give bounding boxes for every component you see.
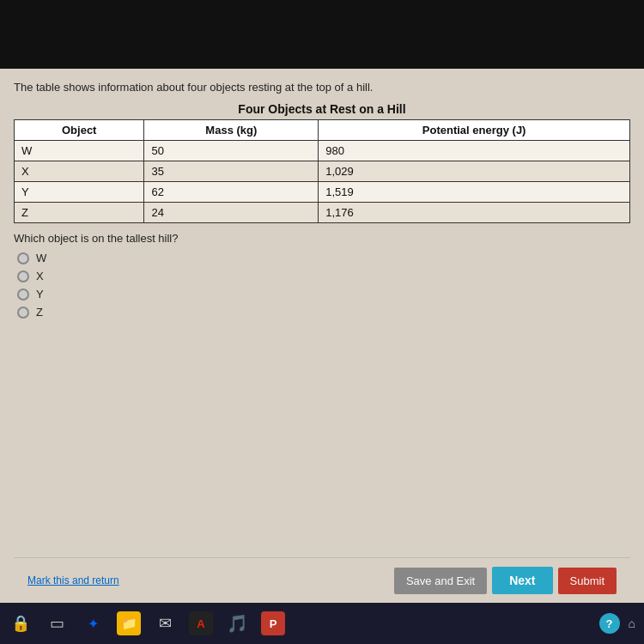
table-row: Z 24 1,176 bbox=[15, 203, 630, 223]
data-table: Object Mass (kg) Potential energy (J) W … bbox=[14, 119, 630, 223]
taskbar-right: ? ⌂ bbox=[599, 613, 635, 634]
col-header-object: Object bbox=[15, 120, 144, 141]
question-intro: The table shows information about four o… bbox=[14, 81, 630, 94]
object-y: Y bbox=[15, 182, 144, 203]
table-row: X 35 1,029 bbox=[15, 161, 630, 182]
option-z-label: Z bbox=[36, 306, 43, 319]
col-header-mass: Mass (kg) bbox=[144, 120, 319, 141]
radio-y[interactable] bbox=[17, 289, 29, 301]
option-x[interactable]: X bbox=[17, 270, 630, 283]
col-header-energy: Potential energy (J) bbox=[319, 120, 630, 141]
table-row: W 50 980 bbox=[15, 141, 630, 161]
energy-x: 1,029 bbox=[319, 161, 630, 182]
energy-y: 1,519 bbox=[319, 182, 630, 203]
mass-w: 50 bbox=[144, 141, 319, 161]
radio-x[interactable] bbox=[17, 270, 29, 283]
content-area: The table shows information about four o… bbox=[0, 69, 644, 603]
option-w-label: W bbox=[36, 252, 46, 264]
object-w: W bbox=[15, 141, 144, 161]
option-x-label: X bbox=[36, 270, 44, 283]
energy-z: 1,176 bbox=[319, 203, 630, 223]
submit-button[interactable]: Submit bbox=[558, 568, 617, 594]
object-z: Z bbox=[15, 203, 144, 223]
radio-w[interactable] bbox=[17, 252, 29, 264]
object-x: X bbox=[15, 161, 144, 182]
help-icon[interactable]: ? bbox=[599, 613, 620, 634]
acrobat-icon: A bbox=[189, 611, 213, 635]
save-exit-button[interactable]: Save and Exit bbox=[394, 568, 487, 594]
radio-z[interactable] bbox=[17, 307, 29, 319]
lock-icon: 🔒 bbox=[9, 611, 33, 635]
button-group: Save and Exit Next Submit bbox=[394, 567, 617, 594]
powerpoint-icon: P bbox=[261, 611, 285, 635]
spotify-icon: 🎵 bbox=[225, 611, 249, 635]
question-text: Which object is on the tallest hill? bbox=[14, 232, 630, 245]
option-w[interactable]: W bbox=[17, 252, 630, 264]
email-icon: ✉ bbox=[153, 611, 177, 635]
radio-group: W X Y Z bbox=[17, 252, 630, 319]
option-z[interactable]: Z bbox=[17, 306, 630, 319]
mark-and-return-link[interactable]: Mark this and return bbox=[27, 574, 119, 586]
files-icon: 📁 bbox=[117, 611, 141, 635]
taskbar: 🔒 ▭ ✦ 📁 ✉ A 🎵 P ? ⌂ bbox=[0, 603, 644, 644]
wifi-icon: ⌂ bbox=[629, 617, 635, 630]
top-black-bar bbox=[0, 0, 644, 69]
energy-w: 980 bbox=[319, 141, 630, 161]
window-icon: ▭ bbox=[45, 611, 69, 635]
mass-y: 62 bbox=[144, 182, 319, 203]
dropbox-icon: ✦ bbox=[81, 611, 105, 635]
mass-x: 35 bbox=[144, 161, 319, 182]
table-title: Four Objects at Rest on a Hill bbox=[14, 102, 630, 116]
option-y[interactable]: Y bbox=[17, 288, 630, 301]
option-y-label: Y bbox=[36, 288, 44, 301]
table-row: Y 62 1,519 bbox=[15, 182, 630, 203]
screen: The table shows information about four o… bbox=[0, 0, 644, 644]
next-button[interactable]: Next bbox=[492, 567, 552, 594]
bottom-bar: Mark this and return Save and Exit Next … bbox=[14, 557, 630, 603]
mass-z: 24 bbox=[144, 203, 319, 223]
